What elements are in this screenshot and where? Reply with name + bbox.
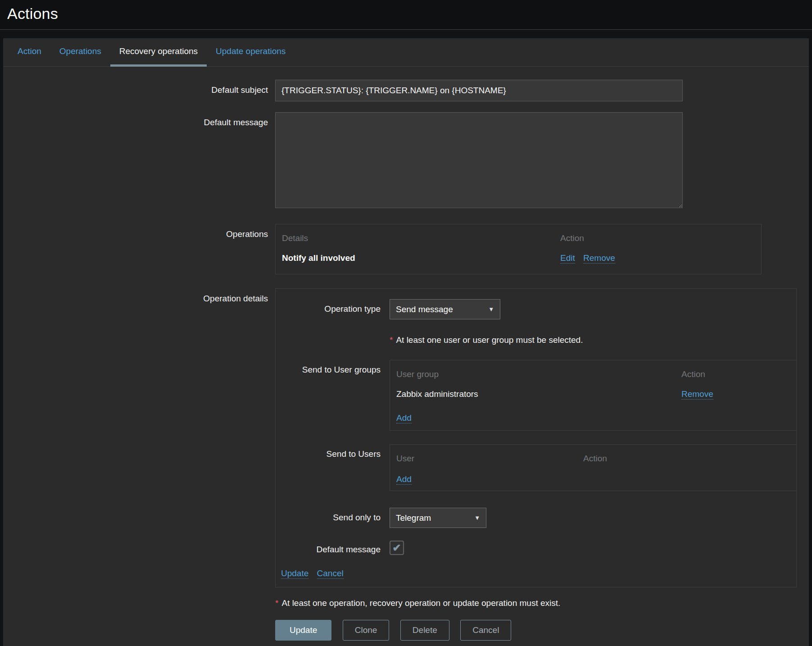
tab-action[interactable]: Action [9, 38, 50, 67]
send-only-to-row: Send only to Telegram ▼ [276, 508, 796, 528]
inline-update-link[interactable]: Update [281, 569, 308, 579]
default-message-checkbox-row: Default message ✔ [276, 540, 796, 555]
send-to-user-groups-row: Send to User groups User group Action Za… [276, 360, 796, 431]
add-user-group-link[interactable]: Add [396, 413, 412, 423]
user-groups-table-header: User group Action [396, 369, 790, 379]
page-header: Actions [0, 0, 812, 30]
users-table-header: User Action [396, 454, 790, 464]
check-icon: ✔ [392, 543, 401, 553]
send-to-users-label: Send to Users [276, 444, 381, 459]
operations-col-details: Details [282, 233, 560, 243]
inline-links-row: Update Cancel [281, 569, 796, 578]
operation-type-label: Operation type [276, 299, 381, 314]
operations-label: Operations [3, 224, 268, 239]
operations-table-header: Details Action [282, 233, 755, 243]
user-group-row: Zabbix administrators Remove [396, 389, 790, 401]
required-note-row: *At least one user or user group must be… [276, 334, 796, 345]
operations-table: Details Action Notify all involved Edit … [275, 224, 762, 274]
tab-update-operations[interactable]: Update operations [207, 38, 295, 67]
operation-table-row: Notify all involved Edit Remove [282, 253, 755, 263]
send-only-to-label: Send only to [276, 508, 381, 523]
footer-required-asterisk: * [275, 598, 281, 608]
operation-details-row: Operation details Operation type Send me… [3, 288, 809, 587]
operations-row: Operations Details Action Notify all inv… [3, 224, 809, 274]
default-subject-row: Default subject [3, 80, 809, 101]
operation-details-label: Operation details [3, 288, 268, 304]
send-only-to-value: Telegram [396, 513, 431, 523]
chevron-down-icon: ▼ [474, 514, 480, 521]
required-note-text: At least one user or user group must be … [396, 335, 583, 345]
actions-page: Actions Action Operations Recovery opera… [0, 0, 812, 646]
operation-edit-link[interactable]: Edit [560, 253, 575, 264]
tab-bar: Action Operations Recovery operations Up… [3, 38, 809, 67]
default-subject-input[interactable] [275, 80, 683, 101]
required-asterisk: * [390, 335, 396, 345]
delete-button[interactable]: Delete [400, 620, 449, 641]
default-message-checkbox-label: Default message [276, 540, 381, 555]
footer-warning-text: At least one operation, recovery operati… [281, 598, 560, 608]
users-col-action: Action [583, 454, 790, 464]
send-to-user-groups-label: Send to User groups [276, 360, 381, 375]
operation-details-box: Operation type Send message ▼ [275, 288, 797, 587]
cancel-button[interactable]: Cancel [460, 620, 511, 641]
operations-col-action: Action [560, 233, 755, 243]
recovery-operations-form: Default subject Default message Operatio… [3, 67, 809, 641]
default-message-textarea[interactable] [275, 112, 683, 208]
operation-type-select[interactable]: Send message ▼ [390, 299, 500, 319]
user-group-name: Zabbix administrators [396, 389, 681, 399]
user-groups-col-group: User group [396, 369, 681, 379]
add-user-link[interactable]: Add [396, 474, 412, 485]
operation-remove-link[interactable]: Remove [583, 253, 615, 264]
default-message-checkbox[interactable]: ✔ [390, 541, 404, 555]
user-groups-table: User group Action Zabbix administrators … [390, 360, 797, 431]
default-message-label: Default message [3, 112, 268, 127]
clone-button[interactable]: Clone [343, 620, 390, 641]
operation-row-details: Notify all involved [282, 253, 560, 263]
chevron-down-icon: ▼ [488, 306, 494, 313]
footer-buttons-row: Update Clone Delete Cancel [3, 620, 809, 641]
tab-recovery-operations[interactable]: Recovery operations [110, 38, 207, 67]
send-to-users-row: Send to Users User Action Add [276, 444, 796, 491]
operation-type-row: Operation type Send message ▼ [276, 299, 796, 319]
footer-warning-row: *At least one operation, recovery operat… [3, 587, 809, 608]
send-only-to-select[interactable]: Telegram ▼ [390, 508, 486, 528]
page-title: Actions [7, 5, 812, 23]
default-subject-label: Default subject [3, 80, 268, 95]
content-panel: Action Operations Recovery operations Up… [3, 38, 809, 646]
operation-type-value: Send message [396, 305, 453, 314]
user-groups-col-action: Action [681, 369, 790, 379]
tab-operations[interactable]: Operations [50, 38, 110, 67]
default-message-row: Default message [3, 112, 809, 210]
inline-cancel-link[interactable]: Cancel [317, 569, 344, 579]
user-group-remove-link[interactable]: Remove [681, 389, 713, 400]
update-button[interactable]: Update [275, 620, 331, 641]
users-table: User Action Add [390, 444, 797, 491]
users-col-user: User [396, 454, 583, 464]
